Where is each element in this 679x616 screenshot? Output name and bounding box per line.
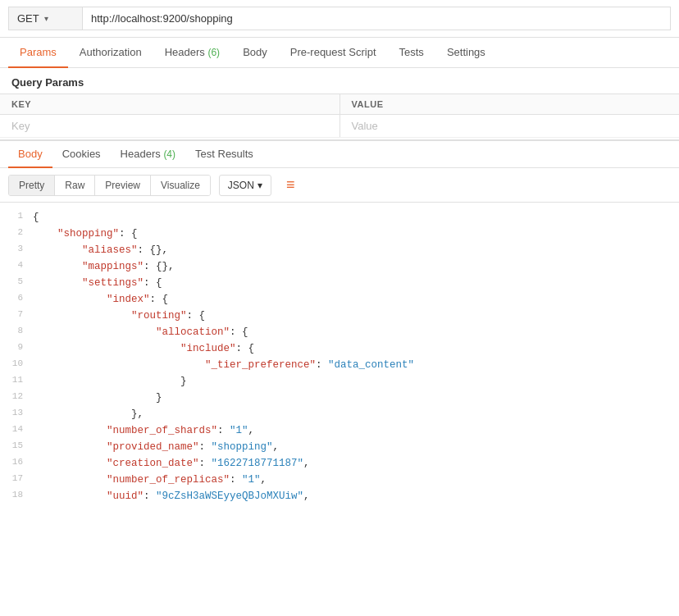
json-key: "uuid" <box>107 491 144 502</box>
raw-button[interactable]: Raw <box>55 176 95 195</box>
json-punct: : { <box>187 310 206 322</box>
json-punct: , <box>303 458 310 469</box>
json-key: "aliases" <box>82 244 138 256</box>
line-content: "uuid": "9cZsH3aWSEyyeQBJoMXUiw", <box>33 488 676 504</box>
json-key: "include" <box>180 343 236 354</box>
line-number: 3 <box>3 242 33 257</box>
json-line: 12 } <box>0 390 679 406</box>
json-punct: : <box>199 441 212 453</box>
json-line: 6 "index": { <box>0 291 679 308</box>
query-params-label: Query Params <box>0 68 679 94</box>
method-label: GET <box>17 12 39 25</box>
line-content: "aliases": {}, <box>33 242 676 258</box>
line-content: "mappings": {}, <box>33 258 676 275</box>
json-line: 13 }, <box>0 406 679 422</box>
json-punct: : { <box>144 277 162 289</box>
line-content: "index": { <box>33 291 676 308</box>
json-line: 7 "routing": { <box>0 308 679 324</box>
method-chevron: ▾ <box>44 14 48 23</box>
json-string: "1" <box>230 425 248 436</box>
json-key: "routing" <box>131 310 187 322</box>
content-type-chevron: ▾ <box>257 180 262 191</box>
json-punct: : { <box>119 228 138 240</box>
line-content: "routing": { <box>33 308 676 324</box>
json-punct: : <box>217 425 230 436</box>
preview-button[interactable]: Preview <box>95 176 151 195</box>
json-line: 1{ <box>0 209 679 226</box>
json-line: 15 "provided_name": "shopping", <box>0 439 679 455</box>
json-line: 8 "allocation": { <box>0 324 679 340</box>
wrap-button[interactable]: ≡ <box>280 173 302 197</box>
json-punct: : { <box>236 343 255 354</box>
visualize-button[interactable]: Visualize <box>151 176 210 195</box>
content-type-select[interactable]: JSON ▾ <box>219 175 271 196</box>
json-brace: { <box>33 212 39 223</box>
tab-authorization[interactable]: Authorization <box>68 38 153 68</box>
json-line: 16 "creation_date": "1622718771187", <box>0 455 679 472</box>
line-content: "include": { <box>33 340 676 357</box>
json-brace: } <box>180 376 187 387</box>
line-content: { <box>33 209 676 226</box>
json-string: "shopping" <box>212 441 273 453</box>
json-punct: : { <box>230 326 248 338</box>
json-line: 18 "uuid": "9cZsH3aWSEyyeQBJoMXUiw", <box>0 488 679 504</box>
tab-headers[interactable]: Headers (6) <box>153 38 231 68</box>
body-toolbar: Pretty Raw Preview Visualize JSON ▾ ≡ <box>0 168 679 203</box>
response-tabs: Body Cookies Headers (4) Test Results <box>0 139 679 168</box>
json-string: "9cZsH3aWSEyyeQBJoMXUiw" <box>156 491 303 502</box>
line-number: 10 <box>3 357 33 372</box>
json-line: 14 "number_of_shards": "1", <box>0 422 679 439</box>
method-select[interactable]: GET ▾ <box>8 7 82 30</box>
line-number: 18 <box>3 488 33 503</box>
tab-settings[interactable]: Settings <box>435 38 497 68</box>
line-number: 1 <box>3 209 33 224</box>
url-input[interactable] <box>82 7 671 30</box>
line-content: "provided_name": "shopping", <box>33 439 676 455</box>
tab-params[interactable]: Params <box>8 38 68 68</box>
query-params-section: Query Params KEY VALUE Key Value <box>0 68 679 138</box>
json-punct: : <box>199 458 212 469</box>
json-key: "mappings" <box>82 261 144 272</box>
json-punct: , <box>248 425 255 436</box>
tab-prerequest[interactable]: Pre-request Script <box>279 38 388 68</box>
line-number: 11 <box>3 373 33 388</box>
tab-response-body[interactable]: Body <box>8 141 52 168</box>
key-input-cell[interactable]: Key <box>0 115 340 138</box>
key-placeholder: Key <box>11 120 30 132</box>
json-line: 3 "aliases": {}, <box>0 242 679 258</box>
json-key: "index" <box>107 294 150 305</box>
line-number: 15 <box>3 439 33 454</box>
line-number: 6 <box>3 291 33 306</box>
line-content: "creation_date": "1622718771187", <box>33 455 676 472</box>
tab-cookies[interactable]: Cookies <box>52 141 111 168</box>
url-bar: GET ▾ <box>0 0 679 38</box>
tab-test-results[interactable]: Test Results <box>185 141 263 168</box>
tab-response-headers[interactable]: Headers (4) <box>111 141 185 168</box>
line-content: "settings": { <box>33 275 676 291</box>
tab-tests[interactable]: Tests <box>388 38 435 68</box>
pretty-button[interactable]: Pretty <box>9 176 55 195</box>
json-key: "number_of_replicas" <box>107 474 230 486</box>
json-key: "number_of_shards" <box>107 425 217 436</box>
json-brace: }, <box>131 408 144 420</box>
json-punct: : <box>230 474 242 486</box>
value-input-cell[interactable]: Value <box>340 115 679 138</box>
json-line: 4 "mappings": {}, <box>0 258 679 275</box>
line-content: } <box>33 390 676 406</box>
json-punct: : <box>316 359 328 371</box>
tab-body-req[interactable]: Body <box>231 38 279 68</box>
value-placeholder: Value <box>352 120 378 132</box>
line-number: 9 <box>3 340 33 355</box>
json-string: "1" <box>242 474 261 486</box>
key-column-header: KEY <box>0 94 340 115</box>
line-number: 14 <box>3 422 33 437</box>
line-content: "shopping": { <box>33 226 676 242</box>
line-number: 5 <box>3 275 33 290</box>
json-brace: } <box>156 392 162 404</box>
json-line: 11 } <box>0 373 679 390</box>
line-number: 12 <box>3 390 33 404</box>
params-empty-row: Key Value <box>0 115 679 138</box>
line-number: 16 <box>3 455 33 470</box>
headers-badge: (6) <box>207 47 220 58</box>
json-punct: : { <box>150 294 169 305</box>
